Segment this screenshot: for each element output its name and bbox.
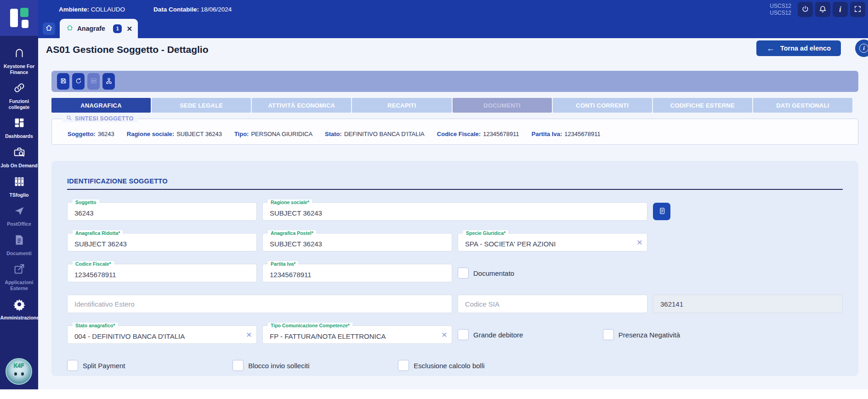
app-logo[interactable]	[0, 0, 38, 36]
tab-label: CONTI CORRENTI	[576, 102, 629, 109]
sidebar-item-postoffice[interactable]: PostOffice	[0, 204, 38, 227]
soggetto-field: Soggetto	[67, 202, 257, 221]
anagrafica-postel-input[interactable]	[263, 234, 452, 251]
clear-icon[interactable]: ×	[246, 329, 252, 340]
topbar-right: USCS12 USCS12 i	[770, 2, 865, 17]
sintesi-codice-fiscale: Codice Fiscale:12345678911	[437, 131, 519, 137]
briefcase-search-icon	[12, 145, 26, 161]
rows-icon	[90, 77, 97, 86]
tab-conti-correnti[interactable]: CONTI CORRENTI	[553, 98, 652, 113]
sidebar-item-label: Dashboards	[0, 133, 38, 139]
codice-fiscale-input[interactable]	[68, 264, 256, 282]
identificativo-estero-field	[67, 295, 452, 313]
data-contabile-label: Data Contabile:	[153, 6, 199, 13]
topbar-info: Ambiente: COLLAUDO Data Contabile: 18/06…	[38, 0, 868, 19]
fullscreen-icon	[854, 5, 862, 14]
tab-label: ANAGRAFICA	[80, 102, 121, 109]
sintesi-tipo: Tipo:PERSONA GIURIDICA	[234, 131, 312, 137]
gear-icon	[12, 297, 26, 313]
esclusione-calcolo-bolli-checkbox-wrap: Esclusione calcolo bolli	[398, 356, 558, 375]
info-button[interactable]: i	[833, 2, 848, 17]
blocco-invio-solleciti-checkbox-wrap: Blocco invio solleciti	[233, 356, 392, 375]
logout-button[interactable]	[798, 2, 813, 17]
save-button[interactable]	[57, 73, 69, 90]
soggetto-input[interactable]	[68, 203, 256, 220]
form-row-3: Codice Fiscale* Partita Iva* Documentato	[67, 264, 843, 282]
clear-icon[interactable]: ×	[442, 329, 447, 340]
partita-iva-input[interactable]	[263, 264, 452, 282]
send-icon	[12, 204, 26, 219]
form-row-2: Anagrafica Ridotta* Anagrafica Postel* S…	[67, 233, 843, 251]
esclusione-calcolo-bolli-checkbox[interactable]	[398, 360, 409, 371]
user-avatar[interactable]: K4F	[6, 358, 32, 385]
home-button[interactable]	[43, 23, 55, 35]
documentato-checkbox-wrap: Documentato	[458, 264, 647, 282]
split-payment-checkbox[interactable]	[67, 360, 78, 371]
fullscreen-button[interactable]	[850, 2, 865, 17]
page-info-button[interactable]: i	[855, 40, 868, 57]
sidebar-item-label: Job On Demand	[0, 163, 38, 169]
sidebar-item-documenti[interactable]: Documenti	[0, 233, 38, 256]
logo-icon	[10, 8, 28, 28]
tab-recapiti[interactable]: RECAPITI	[352, 98, 451, 113]
tipo-comunicazione-input[interactable]	[263, 326, 452, 343]
presenza-negativita-checkbox[interactable]	[603, 329, 614, 340]
presenza-negativita-checkbox-wrap: Presenza Negatività	[603, 325, 680, 344]
esclusione-calcolo-bolli-label: Esclusione calcolo bolli	[414, 362, 484, 370]
sidebar-item-label: Funzioni collegate	[0, 98, 38, 110]
sintesi-ragione-sociale: Ragione sociale:SUBJECT 36243	[127, 131, 222, 137]
sidebar-item-keystone-for-finance[interactable]: Keystone For Finance	[0, 46, 38, 75]
ragione-sociale-field: Ragione sociale*	[262, 202, 647, 221]
notifications-button[interactable]	[815, 2, 830, 17]
home-icon	[45, 24, 53, 34]
tab-sede-legale[interactable]: SEDE LEGALE	[152, 98, 251, 113]
ambiente-label: Ambiente:	[59, 6, 89, 13]
sidebar-items: Keystone For Finance Funzioni collegate …	[0, 46, 38, 320]
sidebar-item-funzioni-collegate[interactable]: Funzioni collegate	[0, 81, 38, 110]
codice-sia-input[interactable]	[458, 295, 647, 313]
data-contabile-field: Data Contabile: 18/06/2024	[153, 6, 232, 13]
refresh-button[interactable]	[72, 73, 85, 90]
tab-anagrafica[interactable]: ANAGRAFICA	[51, 98, 151, 113]
data-contabile-value: 18/06/2024	[199, 6, 232, 13]
sintesi-stato: Stato:DEFINITIVO BANCA D'ITALIA	[325, 131, 425, 137]
sidebar-item-amministrazione[interactable]: Amministrazione	[0, 297, 38, 321]
tab-attivita-economica[interactable]: ATTIVITÀ ECONOMICA	[252, 98, 351, 113]
tab-label: DOCUMENTI	[483, 102, 521, 109]
tab-badge: 1	[113, 24, 122, 33]
hierarchy-button[interactable]	[102, 73, 115, 90]
tab-close-icon[interactable]: ✕	[126, 25, 132, 32]
info-icon: i	[839, 6, 841, 14]
arrow-left-icon: ←	[766, 44, 775, 53]
tab-label: CODIFICHE ESTERNE	[670, 102, 735, 109]
tab-dati-gestionali[interactable]: DATI GESTIONALI	[753, 98, 852, 113]
action-toolbar	[51, 71, 858, 92]
specie-giuridica-input[interactable]	[458, 234, 647, 251]
tab-codifiche-esterne[interactable]: CODIFICHE ESTERNE	[653, 98, 752, 113]
ragione-sociale-input[interactable]	[263, 203, 647, 220]
sidebar-item-dashboards[interactable]: Dashboards	[0, 116, 38, 139]
grande-debitore-checkbox-wrap: Grande debitore	[458, 325, 597, 344]
refresh-icon	[75, 77, 82, 86]
sidebar-item-applicazioni-esterne[interactable]: Applicazioni Esterne	[0, 262, 38, 291]
ragione-sociale-notes-button[interactable]	[653, 203, 670, 220]
anagrafica-postel-field: Anagrafica Postel*	[262, 233, 452, 251]
split-payment-label: Split Payment	[83, 362, 125, 370]
field-label: Ragione sociale:	[127, 131, 174, 137]
clear-icon[interactable]: ×	[637, 236, 642, 248]
form-row-4	[67, 295, 843, 313]
stato-anagrafico-input[interactable]	[68, 326, 256, 343]
app-window: Ambiente: COLLAUDO Data Contabile: 18/06…	[0, 0, 868, 389]
identificativo-estero-input[interactable]	[68, 295, 452, 313]
blocco-invio-solleciti-checkbox[interactable]	[233, 360, 244, 371]
sidebar-item-job-on-demand[interactable]: Job On Demand	[0, 145, 38, 169]
back-to-list-button[interactable]: ← Torna ad elenco	[756, 40, 841, 56]
field-value: DEFINITIVO BANCA D'ITALIA	[344, 131, 425, 137]
sidebar-item-tsfoglio[interactable]: TSfoglio	[0, 175, 38, 198]
anagrafica-ridotta-input[interactable]	[68, 234, 256, 251]
list-view-button	[87, 73, 100, 90]
documentato-checkbox[interactable]	[458, 268, 469, 279]
grande-debitore-checkbox[interactable]	[458, 329, 469, 340]
link-icon	[12, 81, 26, 97]
tab-anagrafe[interactable]: Anagrafe 1 ✕	[60, 19, 138, 38]
